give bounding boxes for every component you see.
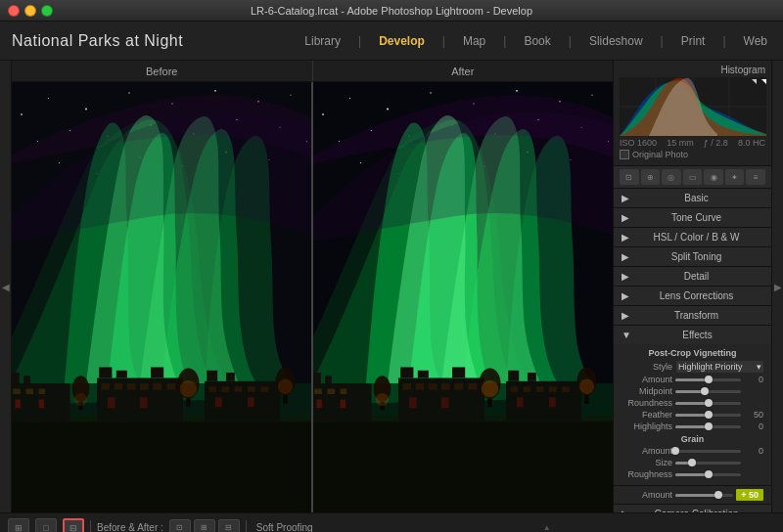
roundness-slider[interactable] bbox=[675, 402, 741, 405]
highlights-value: 0 bbox=[744, 421, 763, 431]
before-photo bbox=[12, 82, 311, 512]
dehaze-slider[interactable] bbox=[675, 494, 733, 497]
amount-slider[interactable] bbox=[675, 378, 741, 381]
basic-triangle: ▶ bbox=[622, 193, 629, 203]
feather-slider[interactable] bbox=[675, 414, 741, 417]
panel-transform[interactable]: ▶ Transform bbox=[614, 306, 771, 326]
amount-row: Amount 0 bbox=[622, 375, 763, 384]
histogram-info: ISO 1600 15 mm ƒ / 2.8 8.0 HC bbox=[620, 138, 765, 148]
svg-point-76 bbox=[339, 141, 340, 142]
compare-view-btn[interactable]: ⊟ bbox=[63, 518, 84, 533]
grid-view-btn[interactable]: ⊞ bbox=[8, 518, 29, 533]
svg-rect-55 bbox=[208, 386, 216, 392]
svg-point-68 bbox=[322, 113, 324, 115]
graduated-tool[interactable]: ▭ bbox=[683, 169, 703, 185]
loupe-view-btn[interactable]: □ bbox=[35, 518, 57, 533]
nav-book[interactable]: Book bbox=[520, 32, 554, 50]
nav-map[interactable]: Map bbox=[459, 32, 489, 50]
ba-btn-3[interactable]: ⊟ bbox=[218, 519, 240, 533]
svg-point-1 bbox=[21, 113, 23, 115]
tone-curve-header[interactable]: ▶ Tone Curve bbox=[614, 208, 771, 227]
svg-rect-61 bbox=[248, 397, 254, 407]
panel-tone-curve[interactable]: ▶ Tone Curve bbox=[614, 208, 771, 228]
after-photo-panel bbox=[313, 82, 613, 512]
style-dropdown[interactable]: Highlight Priority ▾ bbox=[676, 361, 763, 373]
radial-tool[interactable]: ◉ bbox=[704, 169, 723, 185]
title-bar: LR-6-Catalog.lrcat - Adobe Photoshop Lig… bbox=[0, 0, 783, 22]
svg-rect-28 bbox=[23, 376, 30, 383]
original-photo-checkbox[interactable] bbox=[620, 150, 629, 159]
detail-header[interactable]: ▶ Detail bbox=[614, 267, 771, 286]
svg-rect-32 bbox=[15, 400, 21, 409]
minimize-button[interactable] bbox=[24, 5, 36, 17]
svg-rect-94 bbox=[313, 373, 321, 383]
grain-roughness-slider[interactable] bbox=[675, 473, 741, 476]
nav-print[interactable]: Print bbox=[677, 32, 710, 50]
nav-library[interactable]: Library bbox=[300, 32, 345, 50]
svg-point-18 bbox=[59, 162, 60, 163]
svg-rect-95 bbox=[325, 376, 332, 383]
redeye-tool[interactable]: ◎ bbox=[662, 169, 681, 185]
left-panel-toggle[interactable]: ◀ bbox=[0, 61, 12, 512]
nav-web[interactable]: Web bbox=[740, 32, 771, 50]
hsl-header[interactable]: ▶ HSL / Color / B & W bbox=[614, 228, 771, 246]
midpoint-slider[interactable] bbox=[675, 390, 741, 393]
title-bar-text: LR-6-Catalog.lrcat - Adobe Photoshop Lig… bbox=[251, 5, 532, 17]
effects-header[interactable]: ▼ Effects bbox=[614, 326, 771, 344]
nav-slideshow[interactable]: Slideshow bbox=[585, 32, 647, 50]
svg-rect-39 bbox=[116, 371, 127, 378]
svg-rect-111 bbox=[441, 383, 450, 390]
svg-rect-59 bbox=[260, 386, 268, 392]
ba-btn-1[interactable]: ⊡ bbox=[169, 519, 191, 533]
grain-title: Grain bbox=[622, 434, 763, 444]
panel-camera-calibration[interactable]: ▶ Camera Calibration bbox=[614, 505, 771, 512]
basic-header[interactable]: ▶ Basic bbox=[614, 189, 771, 207]
right-panel-toggle[interactable]: ▶ bbox=[771, 61, 783, 512]
panel-basic[interactable]: ▶ Basic bbox=[614, 189, 771, 208]
crop-tool[interactable]: ⊡ bbox=[620, 169, 639, 185]
svg-rect-99 bbox=[316, 400, 322, 409]
svg-rect-48 bbox=[140, 397, 148, 408]
transform-header[interactable]: ▶ Transform bbox=[614, 306, 771, 325]
panel-split-toning[interactable]: ▶ Split Toning bbox=[614, 247, 771, 267]
adjustment-tool[interactable]: ✦ bbox=[725, 169, 745, 185]
svg-rect-121 bbox=[528, 373, 536, 381]
maximize-button[interactable] bbox=[41, 5, 53, 17]
nav-develop[interactable]: Develop bbox=[375, 32, 429, 50]
bottom-toolbar: ⊞ □ ⊟ Before & After : ⊡ ⊞ ⊟ Soft Proofi… bbox=[0, 512, 783, 532]
svg-point-69 bbox=[349, 98, 350, 99]
original-photo-label: Original Photo bbox=[632, 150, 688, 159]
svg-rect-43 bbox=[127, 383, 136, 390]
feather-row: Feather 50 bbox=[622, 410, 763, 420]
grain-amount-slider[interactable] bbox=[675, 450, 741, 453]
highlights-slider[interactable] bbox=[675, 425, 741, 428]
before-after-buttons: ⊡ ⊞ ⊟ bbox=[169, 519, 240, 533]
dehaze-amount-label: Amount bbox=[622, 490, 672, 500]
grain-size-slider[interactable] bbox=[675, 462, 741, 465]
panel-detail[interactable]: ▶ Detail bbox=[614, 267, 771, 287]
healing-tool[interactable]: ⊕ bbox=[641, 169, 661, 185]
svg-rect-108 bbox=[402, 383, 411, 390]
effects-triangle: ▼ bbox=[622, 330, 631, 340]
midpoint-row: Midpoint bbox=[622, 386, 763, 396]
panel-lens[interactable]: ▶ Lens Corrections bbox=[614, 287, 771, 306]
hsl-panel-tool[interactable]: ≡ bbox=[746, 169, 765, 185]
feather-label: Feather bbox=[622, 410, 672, 420]
split-toning-header[interactable]: ▶ Split Toning bbox=[614, 247, 771, 266]
window-controls[interactable] bbox=[8, 5, 53, 17]
svg-rect-47 bbox=[108, 397, 115, 408]
svg-rect-112 bbox=[454, 383, 463, 390]
dehaze-row: Amount + 50 bbox=[622, 489, 763, 501]
effects-label: Effects bbox=[682, 330, 712, 340]
panel-hsl[interactable]: ▶ HSL / Color / B & W bbox=[614, 228, 771, 247]
panel-effects[interactable]: ▼ Effects Post-Crop Vignetting Style Hig… bbox=[614, 326, 771, 486]
ba-btn-2[interactable]: ⊞ bbox=[194, 519, 215, 533]
grain-size-row: Size bbox=[622, 458, 763, 467]
close-button[interactable] bbox=[8, 5, 20, 17]
lens-header[interactable]: ▶ Lens Corrections bbox=[614, 287, 771, 305]
amount-label: Amount bbox=[622, 375, 672, 384]
main-area: ◀ Before After bbox=[0, 61, 783, 512]
bottom-up-arrow-icon[interactable]: ▲ bbox=[543, 523, 551, 532]
toolbar-separator-2 bbox=[246, 520, 247, 533]
detail-label: Detail bbox=[684, 271, 710, 282]
